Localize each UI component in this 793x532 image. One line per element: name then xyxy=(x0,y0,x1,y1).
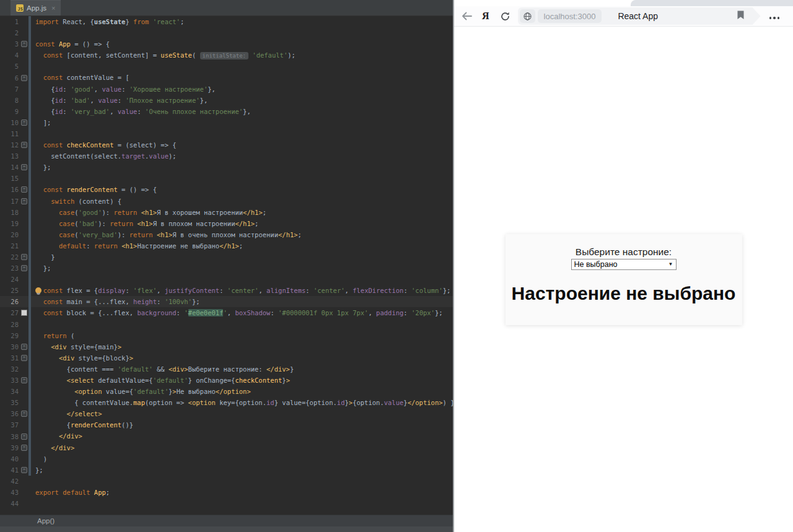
line-number[interactable]: 37 xyxy=(0,421,20,429)
line-number[interactable]: 6 xyxy=(0,74,20,82)
code-text[interactable]: {content === 'default' && <div>Выберите … xyxy=(31,364,453,375)
line-number[interactable]: 44 xyxy=(0,500,20,507)
code-text[interactable]: const [content, setContent] = useState( … xyxy=(31,50,453,61)
fold-end-icon[interactable]: − xyxy=(21,120,27,126)
line-number[interactable]: 27 xyxy=(0,309,20,316)
code-text[interactable]: export default App; xyxy=(31,487,453,498)
code-text[interactable]: } xyxy=(31,251,453,263)
line-number[interactable]: 15 xyxy=(0,175,20,182)
fold-end-icon[interactable]: − xyxy=(21,467,27,473)
code-text[interactable]: </div> xyxy=(31,442,453,453)
code-line[interactable]: 28 xyxy=(0,319,453,330)
code-text[interactable]: ]; xyxy=(31,117,453,128)
line-number[interactable]: 29 xyxy=(0,332,20,339)
code-line[interactable]: 39− </div> xyxy=(0,442,453,453)
line-number[interactable]: 30 xyxy=(0,343,20,351)
code-line[interactable]: 12− const checkContent = (select) => { xyxy=(0,139,453,150)
code-text[interactable]: const App = () => { xyxy=(31,38,453,50)
code-line[interactable]: 18 case('good'): return <h1>Я в хорошем … xyxy=(0,207,453,218)
code-text[interactable]: <option value={'default'}>Не выбрано</op… xyxy=(31,386,453,397)
fold-start-icon[interactable]: − xyxy=(21,377,27,383)
code-line[interactable]: 40 ) xyxy=(0,453,453,464)
code-text[interactable]: { contentValue.map(option => <option key… xyxy=(31,397,453,408)
line-number[interactable]: 8 xyxy=(0,97,20,104)
code-line[interactable]: 36− </select> xyxy=(0,408,453,419)
code-text[interactable]: const block = {...flex, background: '#e0… xyxy=(31,307,453,318)
line-number[interactable]: 12 xyxy=(0,141,20,149)
url-chip[interactable]: localhost:3000 xyxy=(538,9,602,23)
code-text[interactable]: </div> xyxy=(31,430,453,442)
code-text[interactable]: ) xyxy=(31,453,453,464)
line-number[interactable]: 13 xyxy=(0,152,20,160)
code-line[interactable]: 33− <select defaultValue={'default'} onC… xyxy=(0,375,453,386)
fold-start-icon[interactable]: − xyxy=(21,75,27,81)
line-number[interactable]: 33 xyxy=(0,377,20,384)
line-number[interactable]: 31 xyxy=(0,354,20,362)
code-line[interactable]: 10− ]; xyxy=(0,117,453,128)
line-number[interactable]: 14 xyxy=(0,164,20,171)
code-line[interactable]: 22− } xyxy=(0,251,453,263)
code-line[interactable]: 41−}; xyxy=(0,464,453,476)
code-line[interactable]: 29 return ( xyxy=(0,330,453,341)
code-text[interactable]: const checkContent = (select) => { xyxy=(31,139,453,150)
code-text[interactable]: default: return <h1>Настроение не выбран… xyxy=(31,240,453,251)
code-text[interactable]: const main = {...flex, height: '100vh'}; xyxy=(31,296,453,307)
code-line[interactable]: 9 {id: 'very_bad', value: 'Очень плохое … xyxy=(0,106,453,117)
fold-start-icon[interactable]: − xyxy=(21,198,27,204)
code-text[interactable]: setContent(select.target.value); xyxy=(31,150,453,162)
line-number[interactable]: 5 xyxy=(0,63,20,70)
code-text[interactable]: </select> xyxy=(31,408,453,419)
code-line[interactable]: 16− const renderContent = () => { xyxy=(0,184,453,195)
line-number[interactable]: 42 xyxy=(0,477,20,485)
code-line[interactable]: 32 {content === 'default' && <div>Выбери… xyxy=(0,364,453,375)
code-line[interactable]: 31− <div style={block}> xyxy=(0,352,453,364)
line-number[interactable]: 25 xyxy=(0,287,20,294)
line-number[interactable]: 41 xyxy=(0,466,20,474)
line-number[interactable]: 32 xyxy=(0,365,20,373)
code-line[interactable]: 8 {id: 'bad', value: 'Плохое настроение'… xyxy=(0,95,453,106)
fold-end-icon[interactable]: − xyxy=(21,445,27,451)
code-text[interactable]: {id: 'very_bad', value: 'Очень плохое на… xyxy=(31,106,453,117)
code-text[interactable]: }; xyxy=(31,464,453,476)
line-number[interactable]: 19 xyxy=(0,220,20,227)
code-text[interactable]: import React, {useState} from 'react'; xyxy=(31,16,453,27)
code-line[interactable]: 26 const main = {...flex, height: '100vh… xyxy=(0,296,453,307)
line-number[interactable]: 10 xyxy=(0,119,20,126)
line-number[interactable]: 3 xyxy=(0,40,20,48)
code-line[interactable]: 42 xyxy=(0,476,453,487)
code-line[interactable]: 21 default: return <h1>Настроение не выб… xyxy=(0,240,453,251)
line-number[interactable]: 28 xyxy=(0,321,20,328)
fold-end-icon[interactable]: − xyxy=(21,254,27,260)
fold-end-icon[interactable]: − xyxy=(21,411,27,417)
code-text[interactable]: const flex = {display: 'flex', justifyCo… xyxy=(31,285,453,296)
fold-start-icon[interactable]: − xyxy=(21,186,27,193)
yandex-logo[interactable]: Я xyxy=(482,11,489,22)
bookmark-icon[interactable] xyxy=(737,11,745,22)
code-line[interactable]: 1import React, {useState} from 'react'; xyxy=(0,16,453,27)
reload-icon[interactable] xyxy=(501,12,510,21)
code-line[interactable]: 38− </div> xyxy=(0,430,453,442)
code-line[interactable]: 35 { contentValue.map(option => <option … xyxy=(0,397,453,408)
code-line[interactable]: 7 {id: 'good', value: 'Хорошее настроени… xyxy=(0,84,453,95)
line-number[interactable]: 43 xyxy=(0,489,20,496)
omnibox[interactable]: localhost:3000 React App xyxy=(518,7,761,25)
line-number[interactable]: 1 xyxy=(0,18,20,25)
line-number[interactable]: 22 xyxy=(0,253,20,261)
code-line[interactable]: 23− }; xyxy=(0,263,453,274)
fold-end-icon[interactable]: − xyxy=(21,265,27,271)
fold-end-icon[interactable]: − xyxy=(21,434,27,440)
code-text[interactable]: case('good'): return <h1>Я в хорошем нас… xyxy=(31,207,453,218)
tab-close-icon[interactable]: × xyxy=(51,4,55,12)
code-text[interactable]: {renderContent()} xyxy=(31,419,453,430)
code-line[interactable]: 13 setContent(select.target.value); xyxy=(0,150,453,162)
code-line[interactable]: 6− const contentValue = [ xyxy=(0,72,453,83)
line-number[interactable]: 23 xyxy=(0,264,20,272)
code-line[interactable]: 44 xyxy=(0,498,453,509)
code-line[interactable]: 5 xyxy=(0,61,453,72)
fold-start-icon[interactable]: − xyxy=(21,344,27,350)
code-text[interactable]: <div style={block}> xyxy=(31,352,453,364)
fold-start-icon[interactable]: − xyxy=(21,142,27,148)
code-text[interactable]: {id: 'bad', value: 'Плохое настроение'}, xyxy=(31,95,453,106)
code-text[interactable]: case('very_bad'): return <h1>Я в очень п… xyxy=(31,229,453,240)
site-icon-chip[interactable] xyxy=(520,9,535,23)
